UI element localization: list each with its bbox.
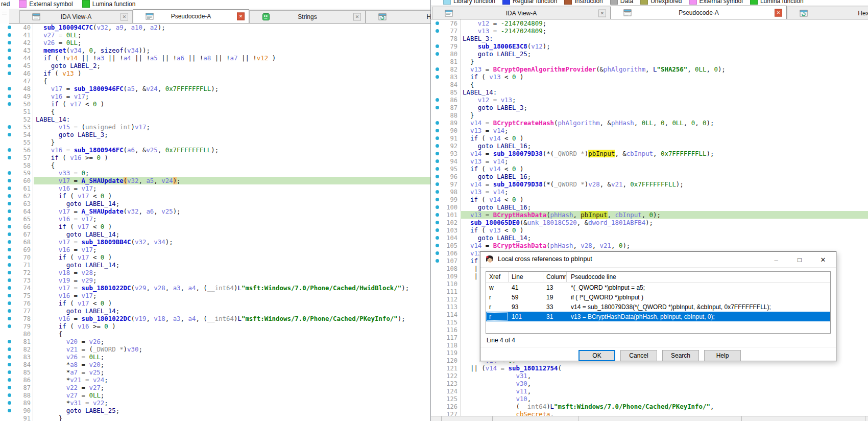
ok-button[interactable]: OK — [578, 350, 615, 361]
xref-row-1[interactable]: w4113*(_QWORD *)pbInput = a5; — [486, 283, 830, 292]
code-line-125[interactable]: 125 v10, — [431, 395, 868, 403]
code-line-73[interactable]: 73 v19 = v29; — [0, 276, 430, 284]
column-header-line[interactable]: Line — [509, 272, 543, 282]
code-line-103[interactable]: 103 if ( v13 < 0 ) — [431, 226, 868, 234]
tab-strings[interactable]: Strings✕ — [249, 10, 366, 23]
tab-hex-view-1[interactable]: Hex View-1 — [366, 10, 430, 23]
help-button[interactable]: Help — [704, 350, 741, 361]
code-line-124[interactable]: 124 v11, — [431, 387, 868, 395]
cancel-button[interactable]: Cancel — [620, 350, 657, 361]
tab-hex[interactable]: Hex — [787, 7, 868, 19]
code-line-80[interactable]: 80 goto LABEL_25; — [431, 50, 868, 58]
code-line-100[interactable]: 100 goto LABEL_16; — [431, 203, 868, 211]
code-line-88[interactable]: 88 } — [431, 111, 868, 119]
code-line-104[interactable]: 104 goto LABEL_14; — [431, 234, 868, 242]
close-icon[interactable]: ✕ — [353, 13, 361, 21]
code-line-82[interactable]: 82 v13 = BCryptOpenAlgorithmProvider(&ph… — [431, 65, 868, 73]
code-line-83[interactable]: 83 v26 = 0LL; — [0, 353, 430, 361]
left-pseudocode-view[interactable]: 40 sub_180094C7C(v32, a9, a10, a2);41 v2… — [0, 24, 430, 421]
code-line-72[interactable]: 72 v18 = v28; — [0, 269, 430, 276]
close-icon[interactable]: ✕ — [237, 13, 245, 20]
code-line-55[interactable]: 55 } — [0, 138, 430, 146]
code-line-96[interactable]: 96 goto LABEL_16; — [431, 173, 868, 180]
code-line-87[interactable]: 87 v22 = v27; — [0, 384, 430, 391]
code-line-126[interactable]: 126 (__int64)L"msft:Windows/7.0/Phone/Ca… — [431, 403, 868, 410]
code-line-91[interactable]: 91 if ( v14 < 0 ) — [431, 134, 868, 142]
code-line-85[interactable]: 85 *a7 = v25; — [0, 368, 430, 376]
code-line-79[interactable]: 79 sub_18006E3C8(v12); — [431, 42, 868, 50]
code-line-50[interactable]: 50 if ( v17 < 0 ) — [0, 100, 430, 108]
close-button[interactable]: ✕ — [817, 254, 829, 265]
code-line-67[interactable]: 67 goto LABEL_14; — [0, 230, 430, 238]
code-line-84[interactable]: 84 { — [431, 81, 868, 88]
close-icon[interactable]: ✕ — [775, 9, 782, 16]
code-line-94[interactable]: 94 v13 = v14; — [431, 157, 868, 165]
code-line-84[interactable]: 84 *a8 = v20; — [0, 361, 430, 368]
code-line-87[interactable]: 87 goto LABEL_3; — [431, 104, 868, 111]
code-line-89[interactable]: 89 v14 = BCryptCreateHash(phAlgorithm, &… — [431, 119, 868, 127]
tab-pseudocode-a[interactable]: Pseudocode-A✕ — [611, 6, 787, 19]
code-line-82[interactable]: 82 v21 = (_DWORD *)v30; — [0, 345, 430, 353]
code-line-40[interactable]: 40 sub_180094C7C(v32, a9, a10, a2); — [0, 24, 430, 31]
code-line-78[interactable]: 78LABEL_3: — [431, 35, 868, 42]
code-line-76[interactable]: 76 if ( v17 < 0 ) — [0, 299, 430, 307]
code-line-78[interactable]: 78 v16 = sub_1801022DC(v19, v18, a3, a4,… — [0, 315, 430, 322]
code-line-54[interactable]: 54 goto LABEL_3; — [0, 131, 430, 138]
code-line-92[interactable]: 92 goto LABEL_16; — [431, 142, 868, 150]
code-line-59[interactable]: 59 v33 = 0; — [0, 169, 430, 177]
column-header-pseudocode-line[interactable]: Pseudocode line — [567, 272, 830, 282]
code-line-121[interactable]: 121 || (v14 = sub_180112754( — [431, 364, 868, 372]
tab-pseudocode-a[interactable]: Pseudocode-A✕ — [133, 9, 249, 23]
code-line-64[interactable]: 64 v17 = A_SHAUpdate(v32, a6, v25); — [0, 207, 430, 215]
xref-table-header[interactable]: Xref Line Column Pseudocode line — [486, 272, 830, 283]
code-line-57[interactable]: 57 if ( v16 >= 0 ) — [0, 154, 430, 161]
dialog-title-bar[interactable]: Local cross references to pbInput – □ ✕ — [480, 252, 836, 268]
code-line-86[interactable]: 86 *v21 = v24; — [0, 376, 430, 384]
code-line-61[interactable]: 61 v16 = v17; — [0, 184, 430, 192]
tab-ida-view-a[interactable]: IDA View-A✕ — [432, 7, 611, 19]
code-line-105[interactable]: 105 v14 = BCryptHashData(phHash, v28, v2… — [431, 242, 868, 249]
code-line-102[interactable]: 102 sub_180065DE0(&unk_18018C520, &dword… — [431, 219, 868, 226]
code-line-48[interactable]: 48 v17 = sub_1800946FC(a5, &v24, 0x7FFFF… — [0, 85, 430, 92]
tab-ida-view-a[interactable]: IDA View-A✕ — [19, 10, 133, 23]
close-icon[interactable]: ✕ — [598, 9, 606, 17]
code-line-70[interactable]: 70 if ( v17 < 0 ) — [0, 253, 430, 261]
xref-row-3[interactable]: r9333v14 = sub_180079D38(*(_QWORD *)pbIn… — [486, 302, 830, 312]
code-line-81[interactable]: 81 } — [431, 58, 868, 65]
code-line-122[interactable]: 122 v31, — [431, 372, 868, 380]
column-header-column[interactable]: Column — [543, 272, 567, 282]
code-line-88[interactable]: 88 v27 = 0LL; — [0, 391, 430, 399]
code-line-41[interactable]: 41 v27 = 0LL; — [0, 31, 430, 39]
code-line-83[interactable]: 83 if ( v13 < 0 ) — [431, 73, 868, 81]
code-line-85[interactable]: 85LABEL_14: — [431, 88, 868, 96]
code-line-123[interactable]: 123 v30, — [431, 380, 868, 387]
code-line-91[interactable]: 91 } — [0, 414, 430, 421]
minimize-button[interactable]: – — [770, 254, 782, 265]
code-line-89[interactable]: 89 *v31 = v22; — [0, 399, 430, 407]
code-line-62[interactable]: 62 if ( v17 < 0 ) — [0, 192, 430, 200]
code-line-46[interactable]: 46 if ( v13 ) — [0, 69, 430, 77]
code-line-98[interactable]: 98 v13 = v14; — [431, 188, 868, 196]
code-line-75[interactable]: 75 v16 = v17; — [0, 292, 430, 299]
code-line-99[interactable]: 99 if ( v14 < 0 ) — [431, 196, 868, 203]
close-icon[interactable]: ✕ — [120, 13, 128, 21]
code-line-86[interactable]: 86 v12 = v13; — [431, 96, 868, 104]
code-line-53[interactable]: 53 v15 = (unsigned int)v17; — [0, 123, 430, 131]
code-line-58[interactable]: 58 { — [0, 161, 430, 169]
code-line-74[interactable]: 74 v17 = sub_1801022DC(v29, v28, a3, a4,… — [0, 284, 430, 292]
maximize-button[interactable]: □ — [794, 254, 805, 265]
code-line-63[interactable]: 63 goto LABEL_14; — [0, 200, 430, 207]
code-line-77[interactable]: 77 goto LABEL_14; — [0, 307, 430, 315]
horizontal-scrollbar[interactable] — [431, 416, 868, 421]
code-line-69[interactable]: 69 v16 = v17; — [0, 246, 430, 253]
xref-row-4[interactable]: r10131v13 = BCryptHashData(phHash, pbInp… — [486, 312, 830, 321]
code-line-77[interactable]: 77 v13 = -2147024809; — [431, 27, 868, 35]
code-line-56[interactable]: 56 v16 = sub_1800946FC(a6, &v25, 0x7FFFF… — [0, 146, 430, 154]
code-line-90[interactable]: 90 v13 = v14; — [431, 127, 868, 134]
code-line-101[interactable]: 101 v13 = BCryptHashData(phHash, pbInput… — [431, 211, 868, 219]
code-line-52[interactable]: 52LABEL_14: — [0, 115, 430, 123]
code-line-49[interactable]: 49 v16 = v17; — [0, 92, 430, 100]
code-line-79[interactable]: 79 if ( v16 >= 0 ) — [0, 322, 430, 330]
code-line-66[interactable]: 66 if ( v17 < 0 ) — [0, 223, 430, 230]
xref-row-2[interactable]: r5919if ( !*(_QWORD *)pbInput ) — [486, 292, 830, 302]
